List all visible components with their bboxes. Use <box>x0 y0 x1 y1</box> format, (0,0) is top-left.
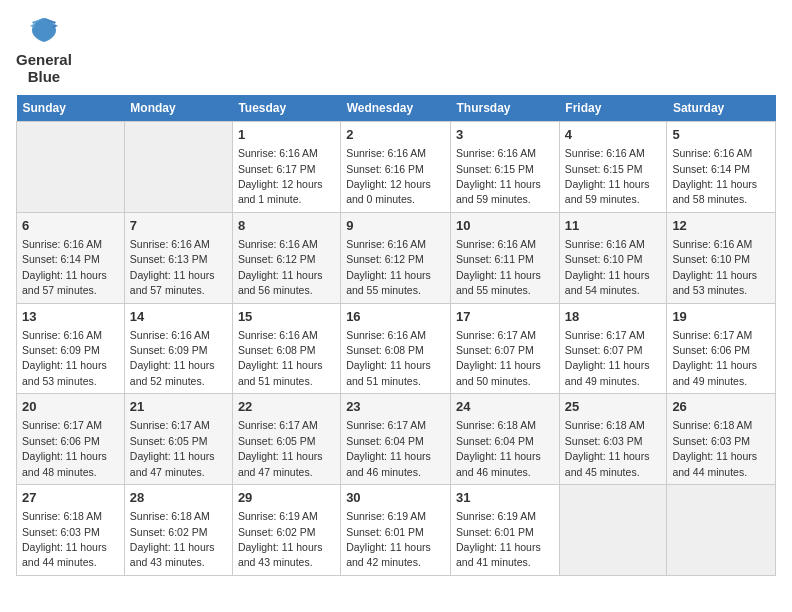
day-number: 30 <box>346 489 445 507</box>
day-number: 9 <box>346 217 445 235</box>
day-number: 27 <box>22 489 119 507</box>
day-info: Sunrise: 6:16 AM Sunset: 6:17 PM Dayligh… <box>238 147 323 205</box>
calendar-cell: 17Sunrise: 6:17 AM Sunset: 6:07 PM Dayli… <box>451 303 560 394</box>
calendar-cell: 6Sunrise: 6:16 AM Sunset: 6:14 PM Daylig… <box>17 212 125 303</box>
day-info: Sunrise: 6:17 AM Sunset: 6:06 PM Dayligh… <box>672 329 757 387</box>
day-info: Sunrise: 6:16 AM Sunset: 6:10 PM Dayligh… <box>672 238 757 296</box>
calendar-cell: 3Sunrise: 6:16 AM Sunset: 6:15 PM Daylig… <box>451 122 560 213</box>
day-info: Sunrise: 6:16 AM Sunset: 6:11 PM Dayligh… <box>456 238 541 296</box>
calendar-cell: 5Sunrise: 6:16 AM Sunset: 6:14 PM Daylig… <box>667 122 776 213</box>
calendar-cell: 8Sunrise: 6:16 AM Sunset: 6:12 PM Daylig… <box>232 212 340 303</box>
day-info: Sunrise: 6:16 AM Sunset: 6:15 PM Dayligh… <box>565 147 650 205</box>
calendar-cell: 21Sunrise: 6:17 AM Sunset: 6:05 PM Dayli… <box>124 394 232 485</box>
week-row-4: 20Sunrise: 6:17 AM Sunset: 6:06 PM Dayli… <box>17 394 776 485</box>
day-number: 19 <box>672 308 770 326</box>
day-info: Sunrise: 6:16 AM Sunset: 6:08 PM Dayligh… <box>238 329 323 387</box>
week-row-2: 6Sunrise: 6:16 AM Sunset: 6:14 PM Daylig… <box>17 212 776 303</box>
calendar-cell: 16Sunrise: 6:16 AM Sunset: 6:08 PM Dayli… <box>341 303 451 394</box>
calendar-cell: 22Sunrise: 6:17 AM Sunset: 6:05 PM Dayli… <box>232 394 340 485</box>
day-number: 4 <box>565 126 662 144</box>
calendar-cell: 20Sunrise: 6:17 AM Sunset: 6:06 PM Dayli… <box>17 394 125 485</box>
week-row-1: 1Sunrise: 6:16 AM Sunset: 6:17 PM Daylig… <box>17 122 776 213</box>
logo-bird-icon <box>26 16 62 48</box>
day-info: Sunrise: 6:19 AM Sunset: 6:01 PM Dayligh… <box>456 510 541 568</box>
calendar-table: SundayMondayTuesdayWednesdayThursdayFrid… <box>16 95 776 576</box>
day-info: Sunrise: 6:18 AM Sunset: 6:03 PM Dayligh… <box>565 419 650 477</box>
day-number: 23 <box>346 398 445 416</box>
day-info: Sunrise: 6:16 AM Sunset: 6:09 PM Dayligh… <box>22 329 107 387</box>
day-info: Sunrise: 6:17 AM Sunset: 6:07 PM Dayligh… <box>565 329 650 387</box>
day-number: 7 <box>130 217 227 235</box>
calendar-cell: 23Sunrise: 6:17 AM Sunset: 6:04 PM Dayli… <box>341 394 451 485</box>
week-row-3: 13Sunrise: 6:16 AM Sunset: 6:09 PM Dayli… <box>17 303 776 394</box>
day-number: 2 <box>346 126 445 144</box>
day-info: Sunrise: 6:16 AM Sunset: 6:16 PM Dayligh… <box>346 147 431 205</box>
day-info: Sunrise: 6:17 AM Sunset: 6:07 PM Dayligh… <box>456 329 541 387</box>
calendar-cell: 12Sunrise: 6:16 AM Sunset: 6:10 PM Dayli… <box>667 212 776 303</box>
calendar-cell: 28Sunrise: 6:18 AM Sunset: 6:02 PM Dayli… <box>124 485 232 576</box>
calendar-cell: 25Sunrise: 6:18 AM Sunset: 6:03 PM Dayli… <box>559 394 667 485</box>
day-info: Sunrise: 6:16 AM Sunset: 6:15 PM Dayligh… <box>456 147 541 205</box>
day-info: Sunrise: 6:16 AM Sunset: 6:10 PM Dayligh… <box>565 238 650 296</box>
calendar-cell: 13Sunrise: 6:16 AM Sunset: 6:09 PM Dayli… <box>17 303 125 394</box>
calendar-cell: 31Sunrise: 6:19 AM Sunset: 6:01 PM Dayli… <box>451 485 560 576</box>
day-number: 18 <box>565 308 662 326</box>
col-header-monday: Monday <box>124 95 232 122</box>
calendar-cell: 11Sunrise: 6:16 AM Sunset: 6:10 PM Dayli… <box>559 212 667 303</box>
day-info: Sunrise: 6:16 AM Sunset: 6:13 PM Dayligh… <box>130 238 215 296</box>
day-number: 12 <box>672 217 770 235</box>
day-info: Sunrise: 6:18 AM Sunset: 6:03 PM Dayligh… <box>22 510 107 568</box>
calendar-header-row: SundayMondayTuesdayWednesdayThursdayFrid… <box>17 95 776 122</box>
day-number: 28 <box>130 489 227 507</box>
day-info: Sunrise: 6:16 AM Sunset: 6:08 PM Dayligh… <box>346 329 431 387</box>
calendar-cell: 29Sunrise: 6:19 AM Sunset: 6:02 PM Dayli… <box>232 485 340 576</box>
day-info: Sunrise: 6:16 AM Sunset: 6:14 PM Dayligh… <box>672 147 757 205</box>
day-info: Sunrise: 6:19 AM Sunset: 6:01 PM Dayligh… <box>346 510 431 568</box>
col-header-tuesday: Tuesday <box>232 95 340 122</box>
col-header-friday: Friday <box>559 95 667 122</box>
calendar-cell <box>667 485 776 576</box>
calendar-cell: 18Sunrise: 6:17 AM Sunset: 6:07 PM Dayli… <box>559 303 667 394</box>
day-number: 16 <box>346 308 445 326</box>
calendar-cell: 15Sunrise: 6:16 AM Sunset: 6:08 PM Dayli… <box>232 303 340 394</box>
day-info: Sunrise: 6:17 AM Sunset: 6:05 PM Dayligh… <box>130 419 215 477</box>
col-header-sunday: Sunday <box>17 95 125 122</box>
day-number: 1 <box>238 126 335 144</box>
calendar-cell <box>17 122 125 213</box>
calendar-cell: 9Sunrise: 6:16 AM Sunset: 6:12 PM Daylig… <box>341 212 451 303</box>
calendar-cell <box>559 485 667 576</box>
day-number: 24 <box>456 398 554 416</box>
day-info: Sunrise: 6:16 AM Sunset: 6:14 PM Dayligh… <box>22 238 107 296</box>
day-number: 29 <box>238 489 335 507</box>
day-info: Sunrise: 6:17 AM Sunset: 6:05 PM Dayligh… <box>238 419 323 477</box>
calendar-cell: 4Sunrise: 6:16 AM Sunset: 6:15 PM Daylig… <box>559 122 667 213</box>
day-info: Sunrise: 6:16 AM Sunset: 6:12 PM Dayligh… <box>238 238 323 296</box>
page-header: GeneralBlue <box>16 16 776 85</box>
day-number: 20 <box>22 398 119 416</box>
logo: GeneralBlue <box>16 16 72 85</box>
day-info: Sunrise: 6:18 AM Sunset: 6:03 PM Dayligh… <box>672 419 757 477</box>
day-number: 21 <box>130 398 227 416</box>
day-info: Sunrise: 6:19 AM Sunset: 6:02 PM Dayligh… <box>238 510 323 568</box>
day-number: 17 <box>456 308 554 326</box>
calendar-cell <box>124 122 232 213</box>
calendar-cell: 1Sunrise: 6:16 AM Sunset: 6:17 PM Daylig… <box>232 122 340 213</box>
day-number: 10 <box>456 217 554 235</box>
day-number: 15 <box>238 308 335 326</box>
week-row-5: 27Sunrise: 6:18 AM Sunset: 6:03 PM Dayli… <box>17 485 776 576</box>
day-number: 13 <box>22 308 119 326</box>
day-info: Sunrise: 6:17 AM Sunset: 6:04 PM Dayligh… <box>346 419 431 477</box>
calendar-cell: 2Sunrise: 6:16 AM Sunset: 6:16 PM Daylig… <box>341 122 451 213</box>
calendar-cell: 14Sunrise: 6:16 AM Sunset: 6:09 PM Dayli… <box>124 303 232 394</box>
day-number: 11 <box>565 217 662 235</box>
day-info: Sunrise: 6:16 AM Sunset: 6:09 PM Dayligh… <box>130 329 215 387</box>
day-number: 8 <box>238 217 335 235</box>
calendar-cell: 26Sunrise: 6:18 AM Sunset: 6:03 PM Dayli… <box>667 394 776 485</box>
col-header-thursday: Thursday <box>451 95 560 122</box>
calendar-cell: 30Sunrise: 6:19 AM Sunset: 6:01 PM Dayli… <box>341 485 451 576</box>
day-number: 31 <box>456 489 554 507</box>
day-info: Sunrise: 6:18 AM Sunset: 6:02 PM Dayligh… <box>130 510 215 568</box>
day-number: 14 <box>130 308 227 326</box>
col-header-wednesday: Wednesday <box>341 95 451 122</box>
day-number: 22 <box>238 398 335 416</box>
